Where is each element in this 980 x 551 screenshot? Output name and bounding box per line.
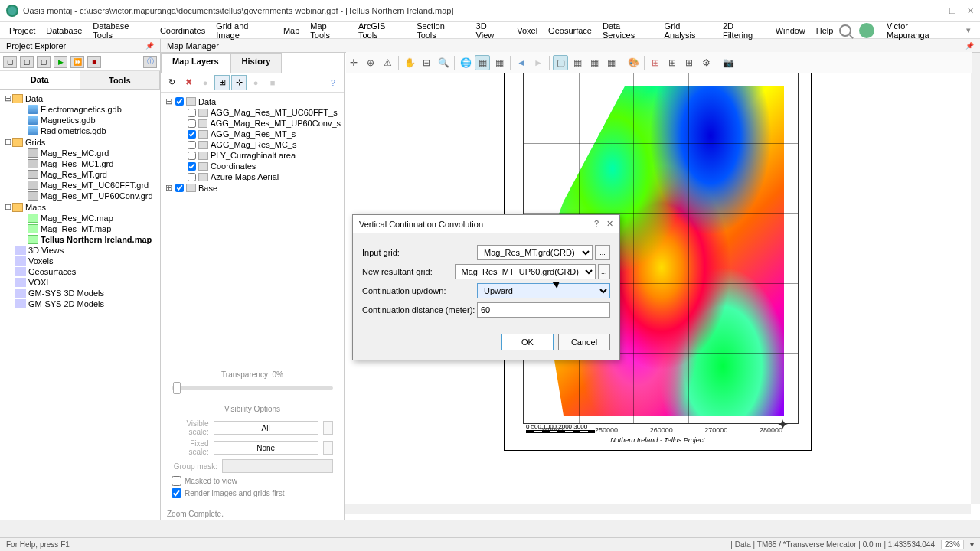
layer-toggle-icon[interactable]: ▦ xyxy=(475,55,490,70)
menu-map[interactable]: Map xyxy=(279,24,304,37)
menu-map-tools[interactable]: Map Tools xyxy=(305,20,352,41)
layer-checkbox[interactable] xyxy=(188,173,196,181)
tree-item-active[interactable]: Tellus Northern Ireland.map xyxy=(41,235,152,244)
new-icon[interactable]: ▢ xyxy=(3,56,17,68)
layer-item[interactable]: PLY_Curraghinalt area xyxy=(211,151,296,160)
visible-scale-input[interactable] xyxy=(214,421,318,435)
menu-help[interactable]: Help xyxy=(812,24,838,37)
layer-checkbox[interactable] xyxy=(175,97,184,106)
minimize-button[interactable]: ─ xyxy=(932,6,938,16)
zoom-dropdown-icon[interactable]: ▾ xyxy=(970,540,974,549)
expand-icon[interactable]: ⊟ xyxy=(3,202,12,212)
horizontal-scrollbar[interactable] xyxy=(345,504,971,514)
tree-maps[interactable]: Maps xyxy=(25,203,46,212)
layer-checkbox[interactable] xyxy=(188,109,196,117)
target-icon[interactable]: ⊕ xyxy=(363,55,378,70)
new-grid-select[interactable]: Mag_Res_MT_UP60.grd(GRD) xyxy=(455,264,596,279)
window-cascade-icon[interactable]: ▦ xyxy=(586,55,602,70)
browse-button[interactable]: ... xyxy=(595,245,610,260)
tree-gmsys3d[interactable]: GM-SYS 3D Models xyxy=(28,289,104,298)
updown-select[interactable]: Upward xyxy=(477,283,610,298)
spinner[interactable] xyxy=(323,421,333,435)
search-icon[interactable] xyxy=(839,24,851,37)
cursor-icon[interactable]: ✛ xyxy=(346,55,361,70)
layer-checkbox[interactable] xyxy=(188,130,196,139)
group-mask-input[interactable] xyxy=(222,459,333,473)
layer-checkbox[interactable] xyxy=(188,152,196,160)
grid3-icon[interactable]: ⊞ xyxy=(681,55,697,70)
dialog-help-icon[interactable]: ? xyxy=(594,219,599,229)
zoom-out-icon[interactable]: ⊟ xyxy=(419,55,434,70)
layer-item[interactable]: Coordinates xyxy=(211,161,256,171)
menu-grid-analysis[interactable]: Grid Analysis xyxy=(660,20,717,41)
delete-icon[interactable]: ✖ xyxy=(181,75,196,90)
grid1-icon[interactable]: ⊞ xyxy=(648,55,663,70)
transparency-slider[interactable] xyxy=(172,386,333,390)
palette-icon[interactable]: 🎨 xyxy=(626,55,641,70)
dialog-close-icon[interactable]: ✕ xyxy=(606,219,613,229)
refresh-icon[interactable]: ↻ xyxy=(164,75,179,90)
play-icon[interactable]: ▶ xyxy=(54,56,67,68)
expand-icon[interactable]: ⊟ xyxy=(3,137,12,147)
nav-fwd-icon[interactable]: ► xyxy=(531,55,546,70)
tree-grids[interactable]: Grids xyxy=(25,138,45,147)
ok-button[interactable]: OK xyxy=(501,334,554,350)
pin-icon[interactable]: 📌 xyxy=(965,42,974,50)
globe-icon[interactable]: 🌐 xyxy=(458,55,473,70)
layer-data[interactable]: Data xyxy=(198,97,216,106)
zoom-level[interactable]: 23% xyxy=(941,540,964,549)
tab-data[interactable]: Data xyxy=(0,71,80,89)
layer-tree[interactable]: ⊟Data AGG_Mag_Res_MT_UC60FFT_s AGG_Mag_R… xyxy=(161,93,344,197)
browse-button[interactable]: ... xyxy=(598,264,610,279)
tree-item[interactable]: Mag_Res_MT.map xyxy=(41,224,111,233)
layer-item[interactable]: Azure Maps Aerial xyxy=(211,172,279,181)
expand-icon[interactable]: ⊟ xyxy=(164,96,173,106)
tree-geosurfaces[interactable]: Geosurfaces xyxy=(28,267,76,276)
tree-item[interactable]: Mag_Res_MT_UC60FFT.grd xyxy=(41,181,149,190)
fast-forward-icon[interactable]: ⏩ xyxy=(70,56,84,68)
menu-database[interactable]: Database xyxy=(41,24,87,37)
gear-icon[interactable]: ⚙ xyxy=(698,55,714,70)
tree-item[interactable]: Magnetics.gdb xyxy=(41,116,96,125)
info-icon[interactable]: ⓘ xyxy=(143,56,157,68)
warning-icon[interactable]: ⚠ xyxy=(380,55,395,70)
save-icon[interactable]: ▢ xyxy=(37,56,51,68)
menu-database-tools[interactable]: Database Tools xyxy=(88,20,154,41)
tree-item[interactable]: Electromagnetics.gdb xyxy=(41,105,122,114)
layer-checkbox[interactable] xyxy=(175,184,184,192)
menu-data-services[interactable]: Data Services xyxy=(598,20,658,41)
open-icon[interactable]: ▢ xyxy=(20,56,34,68)
window-arrange-icon[interactable]: ▦ xyxy=(603,55,619,70)
close-button[interactable]: ✕ xyxy=(967,6,974,16)
window-tile-icon[interactable]: ▦ xyxy=(570,55,585,70)
user-avatar[interactable] xyxy=(859,23,874,38)
vertical-scrollbar[interactable] xyxy=(971,53,980,504)
menu-coordinates[interactable]: Coordinates xyxy=(155,24,210,37)
layer2-icon[interactable]: ▦ xyxy=(492,55,507,70)
tab-tools[interactable]: Tools xyxy=(80,71,161,89)
tab-history[interactable]: History xyxy=(230,53,283,73)
window-single-icon[interactable]: ▢ xyxy=(553,55,568,70)
menu-grid-image[interactable]: Grid and Image xyxy=(211,20,277,41)
help-icon[interactable]: ? xyxy=(325,75,341,90)
tree-voxi[interactable]: VOXI xyxy=(28,278,48,287)
camera-icon[interactable]: 📷 xyxy=(720,55,736,70)
maximize-button[interactable]: ☐ xyxy=(949,6,956,16)
menu-2d-filtering[interactable]: 2D Filtering xyxy=(718,20,769,41)
menu-window[interactable]: Window xyxy=(771,24,810,37)
tree-item[interactable]: Mag_Res_MC.grd xyxy=(41,148,109,158)
menu-arcgis-tools[interactable]: ArcGIS Tools xyxy=(354,20,410,41)
dialog-titlebar[interactable]: Vertical Continuation Convolution ? ✕ xyxy=(353,215,619,233)
menu-3d-view[interactable]: 3D View xyxy=(472,20,511,41)
grid-mode-icon[interactable]: ⊞ xyxy=(214,75,230,90)
tab-map-layers[interactable]: Map Layers xyxy=(161,53,230,73)
input-grid-select[interactable]: Mag_Res_MT.grd(GRD) xyxy=(477,245,593,260)
menu-geosurface[interactable]: Geosurface xyxy=(544,24,596,37)
render-first-checkbox[interactable] xyxy=(172,488,181,498)
tree-gmsys2d[interactable]: GM-SYS 2D Models xyxy=(28,299,104,308)
project-tree[interactable]: ⊟Data Electromagnetics.gdb Magnetics.gdb… xyxy=(0,90,160,520)
tree-item[interactable]: Mag_Res_MC1.grd xyxy=(41,159,113,168)
tree-item[interactable]: Mag_Res_MT_UP60Conv.grd xyxy=(41,191,153,201)
tree-item[interactable]: Radiometrics.gdb xyxy=(41,126,106,135)
tree-mode-icon[interactable]: ⊹ xyxy=(231,75,247,90)
